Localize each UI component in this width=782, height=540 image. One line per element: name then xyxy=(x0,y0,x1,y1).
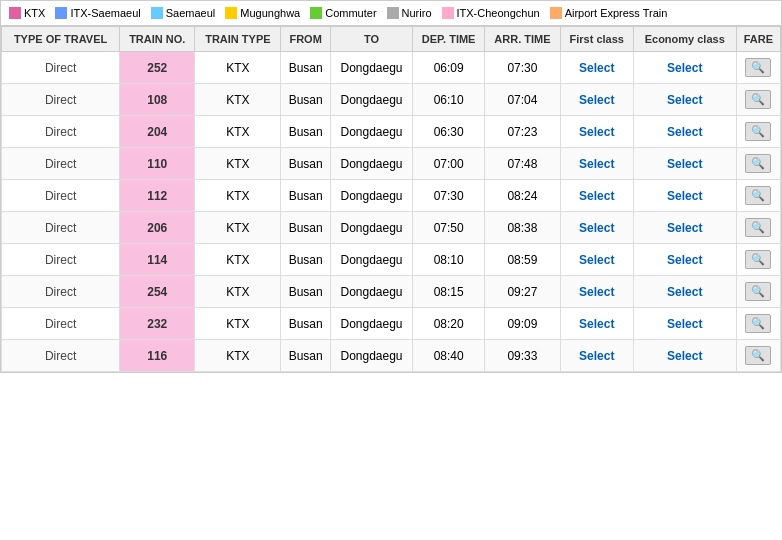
legend-label: ITX-Saemaeul xyxy=(70,7,140,19)
economy-class-select-button[interactable]: Select xyxy=(667,221,702,235)
first-class-select-button[interactable]: Select xyxy=(579,61,614,75)
first-class-cell[interactable]: Select xyxy=(560,276,633,308)
first-class-cell[interactable]: Select xyxy=(560,116,633,148)
from-cell: Busan xyxy=(281,244,331,276)
fare-search-button[interactable]: 🔍 xyxy=(745,250,771,269)
travel-type-cell: Direct xyxy=(2,84,120,116)
to-cell: Dongdaegu xyxy=(330,84,412,116)
fare-search-button[interactable]: 🔍 xyxy=(745,122,771,141)
to-cell: Dongdaegu xyxy=(330,340,412,372)
economy-class-select-button[interactable]: Select xyxy=(667,93,702,107)
first-class-cell[interactable]: Select xyxy=(560,148,633,180)
travel-type-cell: Direct xyxy=(2,276,120,308)
legend-label: KTX xyxy=(24,7,45,19)
first-class-cell[interactable]: Select xyxy=(560,340,633,372)
fare-cell[interactable]: 🔍 xyxy=(736,276,780,308)
departure-time-cell: 08:10 xyxy=(413,244,485,276)
legend-color-box xyxy=(550,7,562,19)
fare-search-button[interactable]: 🔍 xyxy=(745,186,771,205)
first-class-cell[interactable]: Select xyxy=(560,84,633,116)
fare-search-button[interactable]: 🔍 xyxy=(745,154,771,173)
table-header-cell: TRAIN NO. xyxy=(120,27,195,52)
first-class-select-button[interactable]: Select xyxy=(579,253,614,267)
first-class-cell[interactable]: Select xyxy=(560,308,633,340)
first-class-cell[interactable]: Select xyxy=(560,212,633,244)
departure-time-cell: 07:50 xyxy=(413,212,485,244)
fare-cell[interactable]: 🔍 xyxy=(736,340,780,372)
first-class-select-button[interactable]: Select xyxy=(579,189,614,203)
from-cell: Busan xyxy=(281,180,331,212)
first-class-select-button[interactable]: Select xyxy=(579,349,614,363)
first-class-select-button[interactable]: Select xyxy=(579,285,614,299)
fare-search-button[interactable]: 🔍 xyxy=(745,218,771,237)
legend-item: ITX-Cheongchun xyxy=(442,7,540,19)
economy-class-select-button[interactable]: Select xyxy=(667,189,702,203)
arrival-time-cell: 09:27 xyxy=(485,276,560,308)
fare-cell[interactable]: 🔍 xyxy=(736,84,780,116)
first-class-cell[interactable]: Select xyxy=(560,244,633,276)
train-type-cell: KTX xyxy=(195,84,281,116)
economy-class-select-button[interactable]: Select xyxy=(667,125,702,139)
train-type-cell: KTX xyxy=(195,212,281,244)
first-class-select-button[interactable]: Select xyxy=(579,93,614,107)
fare-cell[interactable]: 🔍 xyxy=(736,308,780,340)
table-row: Direct206KTXBusanDongdaegu07:5008:38Sele… xyxy=(2,212,781,244)
economy-class-select-button[interactable]: Select xyxy=(667,317,702,331)
fare-search-button[interactable]: 🔍 xyxy=(745,58,771,77)
first-class-select-button[interactable]: Select xyxy=(579,157,614,171)
table-row: Direct110KTXBusanDongdaegu07:0007:48Sele… xyxy=(2,148,781,180)
arrival-time-cell: 08:24 xyxy=(485,180,560,212)
table-header-cell: DEP. TIME xyxy=(413,27,485,52)
fare-search-button[interactable]: 🔍 xyxy=(745,90,771,109)
economy-class-cell[interactable]: Select xyxy=(633,84,736,116)
from-cell: Busan xyxy=(281,340,331,372)
economy-class-select-button[interactable]: Select xyxy=(667,253,702,267)
first-class-select-button[interactable]: Select xyxy=(579,221,614,235)
train-table: TYPE OF TRAVELTRAIN NO.TRAIN TYPEFROMTOD… xyxy=(1,26,781,372)
legend-color-box xyxy=(310,7,322,19)
fare-search-button[interactable]: 🔍 xyxy=(745,314,771,333)
first-class-cell[interactable]: Select xyxy=(560,180,633,212)
fare-search-button[interactable]: 🔍 xyxy=(745,346,771,365)
first-class-select-button[interactable]: Select xyxy=(579,317,614,331)
fare-cell[interactable]: 🔍 xyxy=(736,52,780,84)
economy-class-select-button[interactable]: Select xyxy=(667,285,702,299)
table-header-cell: TO xyxy=(330,27,412,52)
first-class-cell[interactable]: Select xyxy=(560,52,633,84)
to-cell: Dongdaegu xyxy=(330,148,412,180)
from-cell: Busan xyxy=(281,84,331,116)
legend-label: Saemaeul xyxy=(166,7,216,19)
first-class-select-button[interactable]: Select xyxy=(579,125,614,139)
economy-class-cell[interactable]: Select xyxy=(633,340,736,372)
legend-label: Mugunghwa xyxy=(240,7,300,19)
legend-bar: KTXITX-SaemaeulSaemaeulMugunghwaCommuter… xyxy=(0,0,782,25)
fare-cell[interactable]: 🔍 xyxy=(736,244,780,276)
economy-class-select-button[interactable]: Select xyxy=(667,157,702,171)
departure-time-cell: 06:10 xyxy=(413,84,485,116)
train-number-cell: 252 xyxy=(120,52,195,84)
table-header-cell: First class xyxy=(560,27,633,52)
economy-class-cell[interactable]: Select xyxy=(633,308,736,340)
fare-cell[interactable]: 🔍 xyxy=(736,148,780,180)
economy-class-cell[interactable]: Select xyxy=(633,244,736,276)
economy-class-cell[interactable]: Select xyxy=(633,148,736,180)
legend-label: Nuriro xyxy=(402,7,432,19)
fare-cell[interactable]: 🔍 xyxy=(736,116,780,148)
train-type-cell: KTX xyxy=(195,180,281,212)
economy-class-select-button[interactable]: Select xyxy=(667,349,702,363)
economy-class-cell[interactable]: Select xyxy=(633,52,736,84)
legend-color-box xyxy=(55,7,67,19)
table-header-cell: ARR. TIME xyxy=(485,27,560,52)
economy-class-cell[interactable]: Select xyxy=(633,212,736,244)
economy-class-cell[interactable]: Select xyxy=(633,116,736,148)
legend-label: Commuter xyxy=(325,7,376,19)
legend-item: Commuter xyxy=(310,7,376,19)
fare-cell[interactable]: 🔍 xyxy=(736,180,780,212)
travel-type-cell: Direct xyxy=(2,212,120,244)
table-row: Direct114KTXBusanDongdaegu08:1008:59Sele… xyxy=(2,244,781,276)
economy-class-cell[interactable]: Select xyxy=(633,276,736,308)
fare-search-button[interactable]: 🔍 xyxy=(745,282,771,301)
fare-cell[interactable]: 🔍 xyxy=(736,212,780,244)
economy-class-cell[interactable]: Select xyxy=(633,180,736,212)
economy-class-select-button[interactable]: Select xyxy=(667,61,702,75)
